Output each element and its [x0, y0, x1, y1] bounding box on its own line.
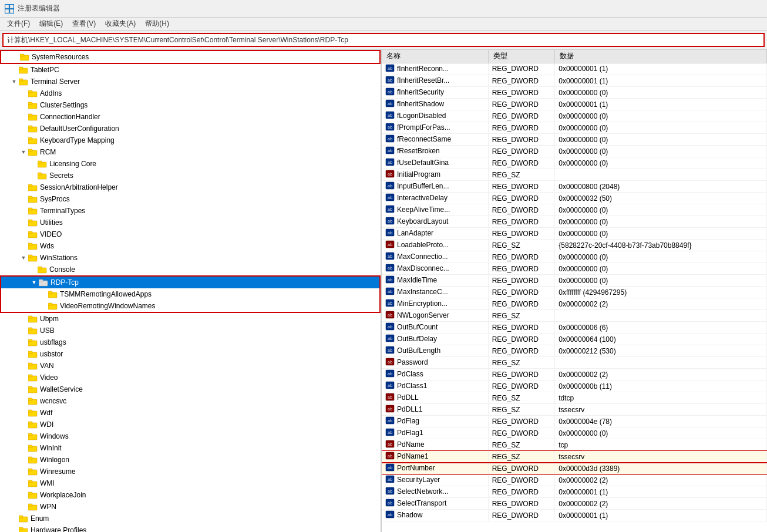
- expand-arrow[interactable]: ▼: [9, 77, 19, 86]
- value-row[interactable]: ab fInheritSecurity REG_DWORD 0x00000000…: [382, 87, 767, 99]
- tree-item[interactable]: WalletService: [0, 383, 381, 395]
- expand-arrow[interactable]: [19, 443, 28, 453]
- tree-item[interactable]: Video: [0, 372, 381, 383]
- expand-arrow[interactable]: [19, 194, 28, 204]
- menu-help[interactable]: 帮助(H): [140, 18, 174, 30]
- value-row[interactable]: ab SecurityLayer REG_DWORD 0x00000002 (2…: [382, 474, 767, 486]
- tree-item[interactable]: TerminalTypes: [0, 205, 381, 217]
- value-row[interactable]: ab fInheritShadow REG_DWORD 0x00000001 (…: [382, 99, 767, 110]
- tree-item[interactable]: AddIns: [0, 87, 381, 99]
- expand-arrow[interactable]: ▼: [19, 253, 28, 262]
- tree-item[interactable]: ConnectionHandler: [0, 111, 381, 123]
- value-row[interactable]: ab KeyboardLayout REG_DWORD 0x00000000 (…: [382, 216, 767, 228]
- tree-item[interactable]: TabletPC: [0, 64, 381, 76]
- expand-arrow[interactable]: [19, 408, 28, 417]
- tree-item[interactable]: ClusterSettings: [0, 99, 381, 111]
- tree-item[interactable]: SessionArbitrationHelper: [0, 181, 381, 193]
- tree-item[interactable]: Winresume: [0, 466, 381, 477]
- expand-arrow[interactable]: [19, 385, 28, 394]
- tree-item[interactable]: DefaultUserConfiguration: [0, 123, 381, 134]
- value-row[interactable]: ab OutBufDelay REG_DWORD 0x00000064 (100…: [382, 334, 767, 345]
- value-row[interactable]: ab KeepAliveTime... REG_DWORD 0x00000000…: [382, 204, 767, 216]
- value-row[interactable]: ab LoadableProto... REG_SZ {5828227c-20c…: [382, 240, 767, 251]
- menu-favorites[interactable]: 收藏夹(A): [100, 18, 140, 30]
- tree-item[interactable]: Ubpm: [0, 313, 381, 325]
- value-row[interactable]: ab Password REG_SZ: [382, 357, 767, 369]
- value-row[interactable]: ab SelectNetwork... REG_DWORD 0x00000001…: [382, 486, 767, 498]
- expand-arrow[interactable]: [19, 100, 28, 110]
- expand-arrow[interactable]: [39, 289, 48, 299]
- tree-item[interactable]: Enum: [0, 513, 381, 524]
- tree-item[interactable]: WinInit: [0, 442, 381, 454]
- expand-arrow[interactable]: [19, 502, 28, 511]
- expand-arrow[interactable]: [9, 526, 19, 532]
- tree-item[interactable]: ▼ RCM: [0, 146, 381, 158]
- value-row[interactable]: ab fReconnectSame REG_DWORD 0x00000000 (…: [382, 134, 767, 146]
- expand-arrow[interactable]: [19, 455, 28, 464]
- value-row[interactable]: ab Shadow REG_DWORD 0x00000001 (1): [382, 510, 767, 521]
- expand-arrow[interactable]: [19, 136, 28, 145]
- tree-item[interactable]: usbstor: [0, 348, 381, 360]
- value-row[interactable]: ab fLogonDisabled REG_DWORD 0x00000000 (…: [382, 110, 767, 122]
- tree-item[interactable]: USB: [0, 325, 381, 336]
- address-bar[interactable]: 计算机\HKEY_LOCAL_MACHINE\SYSTEM\CurrentCon…: [2, 33, 765, 47]
- expand-arrow[interactable]: [39, 301, 48, 311]
- expand-arrow[interactable]: [19, 241, 28, 251]
- value-row[interactable]: ab PdFlag REG_DWORD 0x0000004e (78): [382, 416, 767, 427]
- tree-item[interactable]: VAN: [0, 360, 381, 372]
- value-row[interactable]: ab PdDLL REG_SZ tdtcp: [382, 392, 767, 404]
- expand-arrow[interactable]: [19, 396, 28, 406]
- value-row[interactable]: ab PortNumber REG_DWORD 0x00000d3d (3389…: [382, 463, 767, 474]
- value-row[interactable]: ab PdClass REG_DWORD 0x00000002 (2): [382, 369, 767, 381]
- value-row[interactable]: ab fUseDefaultGina REG_DWORD 0x00000000 …: [382, 157, 767, 169]
- menu-edit[interactable]: 编辑(E): [35, 18, 68, 30]
- value-row[interactable]: ab fInheritReconn... REG_DWORD 0x0000000…: [382, 63, 767, 75]
- value-row[interactable]: ab fInheritResetBr... REG_DWORD 0x000000…: [382, 75, 767, 87]
- value-row[interactable]: ab MaxDisconnec... REG_DWORD 0x00000000 …: [382, 263, 767, 275]
- expand-arrow[interactable]: [19, 432, 28, 441]
- value-row[interactable]: ab MinEncryption... REG_DWORD 0x00000002…: [382, 298, 767, 310]
- expand-arrow[interactable]: [19, 338, 28, 347]
- value-row[interactable]: ab fResetBroken REG_DWORD 0x00000000 (0): [382, 146, 767, 157]
- tree-item[interactable]: VIDEO: [0, 228, 381, 240]
- expand-arrow[interactable]: [19, 230, 28, 239]
- value-row[interactable]: ab InteractiveDelay REG_DWORD 0x00000032…: [382, 193, 767, 204]
- expand-arrow[interactable]: [19, 218, 28, 227]
- tree-item[interactable]: Secrets: [0, 170, 381, 181]
- expand-arrow[interactable]: [19, 183, 28, 192]
- tree-item[interactable]: TSMMRemotingAllowedApps: [1, 288, 379, 300]
- expand-arrow[interactable]: [11, 52, 20, 62]
- tree-item[interactable]: usbflags: [0, 336, 381, 348]
- tree-item[interactable]: WorkplaceJoin: [0, 489, 381, 501]
- tree-item[interactable]: KeyboardType Mapping: [0, 134, 381, 146]
- value-row[interactable]: ab SelectTransport REG_DWORD 0x00000002 …: [382, 498, 767, 510]
- tree-item[interactable]: Windows: [0, 430, 381, 442]
- expand-arrow[interactable]: ▼: [19, 147, 28, 157]
- tree-item[interactable]: Utilities: [0, 217, 381, 228]
- value-row[interactable]: ab OutBufLength REG_DWORD 0x00000212 (53…: [382, 345, 767, 357]
- tree-item[interactable]: Wds: [0, 240, 381, 252]
- expand-arrow[interactable]: [19, 420, 28, 429]
- expand-arrow[interactable]: [19, 479, 28, 488]
- value-row[interactable]: ab PdName1 REG_SZ tssecsrv: [382, 451, 767, 463]
- menu-view[interactable]: 查看(V): [68, 18, 100, 30]
- tree-item[interactable]: Hardware Profiles: [0, 524, 381, 532]
- value-row[interactable]: ab OutBufCount REG_DWORD 0x00000006 (6): [382, 322, 767, 334]
- expand-arrow[interactable]: [19, 361, 28, 371]
- tree-item[interactable]: VideoRemotingWindowNames: [1, 300, 379, 312]
- expand-arrow[interactable]: [19, 124, 28, 133]
- expand-arrow[interactable]: [19, 314, 28, 324]
- expand-arrow[interactable]: [19, 206, 28, 216]
- expand-arrow[interactable]: [28, 171, 38, 180]
- expand-arrow[interactable]: [19, 326, 28, 335]
- value-row[interactable]: ab fPromptForPas... REG_DWORD 0x00000000…: [382, 122, 767, 134]
- tree-item[interactable]: wcncsvc: [0, 395, 381, 407]
- expand-arrow[interactable]: ▼: [29, 278, 39, 287]
- tree-item[interactable]: Winlogon: [0, 454, 381, 466]
- tree-item[interactable]: Console: [0, 264, 381, 275]
- menu-file[interactable]: 文件(F): [2, 18, 35, 30]
- value-row[interactable]: ab MaxConnectio... REG_DWORD 0x00000000 …: [382, 251, 767, 263]
- tree-item[interactable]: ▼ Terminal Server: [0, 76, 381, 87]
- expand-arrow[interactable]: [9, 514, 19, 523]
- expand-arrow[interactable]: [19, 490, 28, 500]
